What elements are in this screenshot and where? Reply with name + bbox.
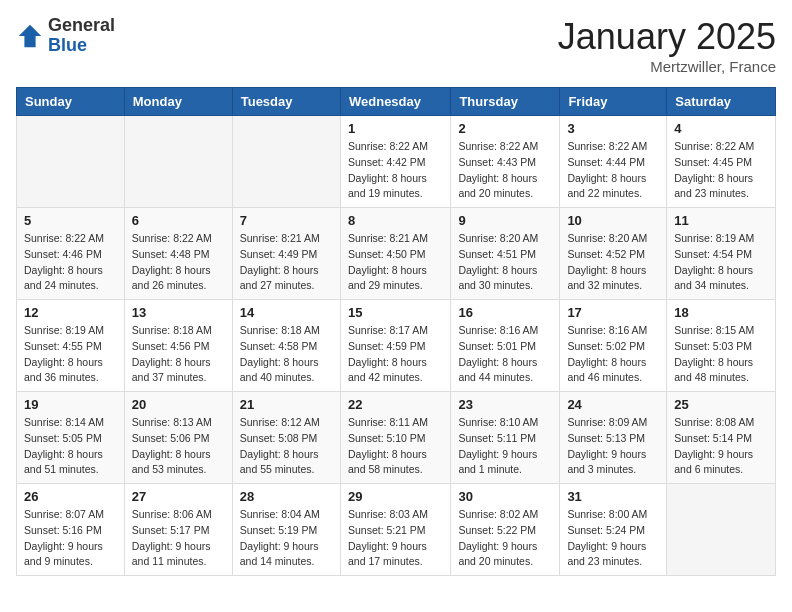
weekday-header-sunday: Sunday bbox=[17, 88, 125, 116]
day-number: 2 bbox=[458, 121, 552, 136]
day-info: Sunrise: 8:10 AM Sunset: 5:11 PM Dayligh… bbox=[458, 415, 552, 478]
weekday-header-friday: Friday bbox=[560, 88, 667, 116]
calendar-cell: 25Sunrise: 8:08 AM Sunset: 5:14 PM Dayli… bbox=[667, 392, 776, 484]
day-info: Sunrise: 8:06 AM Sunset: 5:17 PM Dayligh… bbox=[132, 507, 225, 570]
calendar-cell: 7Sunrise: 8:21 AM Sunset: 4:49 PM Daylig… bbox=[232, 208, 340, 300]
day-number: 10 bbox=[567, 213, 659, 228]
day-number: 24 bbox=[567, 397, 659, 412]
calendar-cell: 6Sunrise: 8:22 AM Sunset: 4:48 PM Daylig… bbox=[124, 208, 232, 300]
day-number: 19 bbox=[24, 397, 117, 412]
day-number: 3 bbox=[567, 121, 659, 136]
calendar-cell: 19Sunrise: 8:14 AM Sunset: 5:05 PM Dayli… bbox=[17, 392, 125, 484]
day-number: 30 bbox=[458, 489, 552, 504]
day-info: Sunrise: 8:22 AM Sunset: 4:44 PM Dayligh… bbox=[567, 139, 659, 202]
day-number: 31 bbox=[567, 489, 659, 504]
logo-general-text: General bbox=[48, 16, 115, 36]
day-info: Sunrise: 8:22 AM Sunset: 4:48 PM Dayligh… bbox=[132, 231, 225, 294]
calendar-cell: 23Sunrise: 8:10 AM Sunset: 5:11 PM Dayli… bbox=[451, 392, 560, 484]
day-info: Sunrise: 8:03 AM Sunset: 5:21 PM Dayligh… bbox=[348, 507, 443, 570]
calendar-cell: 15Sunrise: 8:17 AM Sunset: 4:59 PM Dayli… bbox=[340, 300, 450, 392]
calendar-cell: 5Sunrise: 8:22 AM Sunset: 4:46 PM Daylig… bbox=[17, 208, 125, 300]
day-number: 27 bbox=[132, 489, 225, 504]
day-number: 8 bbox=[348, 213, 443, 228]
day-number: 5 bbox=[24, 213, 117, 228]
day-info: Sunrise: 8:18 AM Sunset: 4:58 PM Dayligh… bbox=[240, 323, 333, 386]
calendar-cell: 12Sunrise: 8:19 AM Sunset: 4:55 PM Dayli… bbox=[17, 300, 125, 392]
calendar-cell: 1Sunrise: 8:22 AM Sunset: 4:42 PM Daylig… bbox=[340, 116, 450, 208]
calendar-cell bbox=[232, 116, 340, 208]
day-info: Sunrise: 8:22 AM Sunset: 4:45 PM Dayligh… bbox=[674, 139, 768, 202]
calendar-cell: 24Sunrise: 8:09 AM Sunset: 5:13 PM Dayli… bbox=[560, 392, 667, 484]
day-number: 6 bbox=[132, 213, 225, 228]
calendar-cell: 9Sunrise: 8:20 AM Sunset: 4:51 PM Daylig… bbox=[451, 208, 560, 300]
day-number: 17 bbox=[567, 305, 659, 320]
day-info: Sunrise: 8:08 AM Sunset: 5:14 PM Dayligh… bbox=[674, 415, 768, 478]
calendar-cell: 21Sunrise: 8:12 AM Sunset: 5:08 PM Dayli… bbox=[232, 392, 340, 484]
location-text: Mertzwiller, France bbox=[558, 58, 776, 75]
day-number: 7 bbox=[240, 213, 333, 228]
day-info: Sunrise: 8:04 AM Sunset: 5:19 PM Dayligh… bbox=[240, 507, 333, 570]
day-number: 26 bbox=[24, 489, 117, 504]
day-info: Sunrise: 8:19 AM Sunset: 4:54 PM Dayligh… bbox=[674, 231, 768, 294]
calendar-cell: 16Sunrise: 8:16 AM Sunset: 5:01 PM Dayli… bbox=[451, 300, 560, 392]
day-info: Sunrise: 8:07 AM Sunset: 5:16 PM Dayligh… bbox=[24, 507, 117, 570]
day-number: 23 bbox=[458, 397, 552, 412]
weekday-header-thursday: Thursday bbox=[451, 88, 560, 116]
month-title: January 2025 bbox=[558, 16, 776, 58]
calendar-cell: 30Sunrise: 8:02 AM Sunset: 5:22 PM Dayli… bbox=[451, 484, 560, 576]
day-info: Sunrise: 8:12 AM Sunset: 5:08 PM Dayligh… bbox=[240, 415, 333, 478]
day-number: 1 bbox=[348, 121, 443, 136]
weekday-header-monday: Monday bbox=[124, 88, 232, 116]
day-number: 15 bbox=[348, 305, 443, 320]
calendar-cell: 18Sunrise: 8:15 AM Sunset: 5:03 PM Dayli… bbox=[667, 300, 776, 392]
week-row-1: 1Sunrise: 8:22 AM Sunset: 4:42 PM Daylig… bbox=[17, 116, 776, 208]
day-info: Sunrise: 8:13 AM Sunset: 5:06 PM Dayligh… bbox=[132, 415, 225, 478]
day-info: Sunrise: 8:20 AM Sunset: 4:52 PM Dayligh… bbox=[567, 231, 659, 294]
calendar-cell: 17Sunrise: 8:16 AM Sunset: 5:02 PM Dayli… bbox=[560, 300, 667, 392]
day-number: 18 bbox=[674, 305, 768, 320]
logo-text: General Blue bbox=[48, 16, 115, 56]
day-number: 22 bbox=[348, 397, 443, 412]
page-header: General Blue January 2025 Mertzwiller, F… bbox=[16, 16, 776, 75]
day-info: Sunrise: 8:02 AM Sunset: 5:22 PM Dayligh… bbox=[458, 507, 552, 570]
day-number: 9 bbox=[458, 213, 552, 228]
day-number: 21 bbox=[240, 397, 333, 412]
day-info: Sunrise: 8:11 AM Sunset: 5:10 PM Dayligh… bbox=[348, 415, 443, 478]
svg-marker-0 bbox=[19, 25, 41, 47]
logo-blue-text: Blue bbox=[48, 36, 115, 56]
day-info: Sunrise: 8:14 AM Sunset: 5:05 PM Dayligh… bbox=[24, 415, 117, 478]
day-number: 28 bbox=[240, 489, 333, 504]
week-row-4: 19Sunrise: 8:14 AM Sunset: 5:05 PM Dayli… bbox=[17, 392, 776, 484]
weekday-header-saturday: Saturday bbox=[667, 88, 776, 116]
calendar-cell: 31Sunrise: 8:00 AM Sunset: 5:24 PM Dayli… bbox=[560, 484, 667, 576]
week-row-2: 5Sunrise: 8:22 AM Sunset: 4:46 PM Daylig… bbox=[17, 208, 776, 300]
day-number: 16 bbox=[458, 305, 552, 320]
day-info: Sunrise: 8:00 AM Sunset: 5:24 PM Dayligh… bbox=[567, 507, 659, 570]
weekday-header-tuesday: Tuesday bbox=[232, 88, 340, 116]
day-info: Sunrise: 8:22 AM Sunset: 4:43 PM Dayligh… bbox=[458, 139, 552, 202]
calendar-cell: 22Sunrise: 8:11 AM Sunset: 5:10 PM Dayli… bbox=[340, 392, 450, 484]
calendar-table: SundayMondayTuesdayWednesdayThursdayFrid… bbox=[16, 87, 776, 576]
calendar-cell: 8Sunrise: 8:21 AM Sunset: 4:50 PM Daylig… bbox=[340, 208, 450, 300]
calendar-cell: 27Sunrise: 8:06 AM Sunset: 5:17 PM Dayli… bbox=[124, 484, 232, 576]
calendar-cell: 14Sunrise: 8:18 AM Sunset: 4:58 PM Dayli… bbox=[232, 300, 340, 392]
logo: General Blue bbox=[16, 16, 115, 56]
day-number: 29 bbox=[348, 489, 443, 504]
calendar-cell bbox=[124, 116, 232, 208]
day-number: 11 bbox=[674, 213, 768, 228]
day-info: Sunrise: 8:09 AM Sunset: 5:13 PM Dayligh… bbox=[567, 415, 659, 478]
day-info: Sunrise: 8:18 AM Sunset: 4:56 PM Dayligh… bbox=[132, 323, 225, 386]
week-row-5: 26Sunrise: 8:07 AM Sunset: 5:16 PM Dayli… bbox=[17, 484, 776, 576]
calendar-cell: 10Sunrise: 8:20 AM Sunset: 4:52 PM Dayli… bbox=[560, 208, 667, 300]
day-number: 4 bbox=[674, 121, 768, 136]
day-info: Sunrise: 8:15 AM Sunset: 5:03 PM Dayligh… bbox=[674, 323, 768, 386]
title-block: January 2025 Mertzwiller, France bbox=[558, 16, 776, 75]
calendar-cell: 26Sunrise: 8:07 AM Sunset: 5:16 PM Dayli… bbox=[17, 484, 125, 576]
calendar-cell: 28Sunrise: 8:04 AM Sunset: 5:19 PM Dayli… bbox=[232, 484, 340, 576]
day-number: 12 bbox=[24, 305, 117, 320]
day-info: Sunrise: 8:21 AM Sunset: 4:50 PM Dayligh… bbox=[348, 231, 443, 294]
logo-icon bbox=[16, 22, 44, 50]
calendar-cell: 11Sunrise: 8:19 AM Sunset: 4:54 PM Dayli… bbox=[667, 208, 776, 300]
calendar-cell: 3Sunrise: 8:22 AM Sunset: 4:44 PM Daylig… bbox=[560, 116, 667, 208]
day-info: Sunrise: 8:22 AM Sunset: 4:42 PM Dayligh… bbox=[348, 139, 443, 202]
